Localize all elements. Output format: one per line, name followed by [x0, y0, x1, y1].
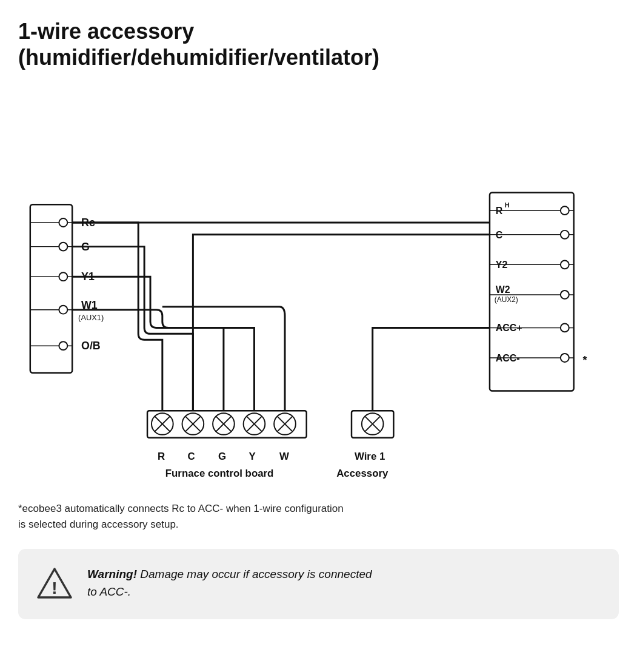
svg-text:ACC+: ACC+: [496, 323, 522, 334]
svg-text:C: C: [496, 230, 503, 240]
svg-point-11: [59, 306, 67, 314]
svg-point-55: [561, 324, 569, 332]
svg-text:O/B: O/B: [81, 340, 101, 352]
svg-text:!: !: [52, 579, 57, 597]
svg-point-41: [561, 207, 569, 215]
svg-text:*: *: [583, 354, 587, 366]
svg-text:C: C: [187, 451, 195, 463]
svg-point-15: [59, 342, 67, 351]
svg-text:W2: W2: [496, 284, 510, 295]
wiring-diagram: Rc G Y1 W1 (AUX1) O/B: [18, 89, 619, 489]
svg-point-58: [561, 354, 569, 362]
svg-text:ACC-: ACC-: [496, 353, 520, 363]
svg-text:(AUX2): (AUX2): [495, 295, 518, 304]
warning-box: ! Warning! Damage may occur if accessory…: [18, 549, 619, 619]
warning-bold: Warning!: [87, 568, 137, 580]
warning-text: Warning! Damage may occur if accessory i…: [87, 566, 372, 600]
svg-text:Y2: Y2: [496, 260, 508, 270]
svg-point-2: [59, 218, 67, 227]
svg-text:Y: Y: [249, 451, 256, 463]
svg-point-8: [59, 273, 67, 281]
svg-text:R: R: [496, 206, 503, 216]
svg-point-5: [59, 243, 67, 251]
svg-point-45: [561, 230, 569, 239]
footnote-text: *ecobee3 automatically connects Rc to AC…: [18, 501, 619, 532]
page-title: 1-wire accessory(humidifier/dehumidifier…: [18, 18, 619, 70]
svg-text:(AUX1): (AUX1): [78, 313, 104, 322]
svg-text:R: R: [158, 451, 165, 463]
svg-text:Furnace control board: Furnace control board: [165, 468, 274, 480]
svg-text:Accessory: Accessory: [336, 468, 389, 480]
warning-icon: !: [36, 566, 73, 602]
svg-text:G: G: [218, 451, 226, 463]
svg-text:H: H: [505, 202, 510, 209]
svg-text:Wire 1: Wire 1: [355, 451, 385, 463]
svg-point-51: [561, 291, 569, 299]
svg-text:W: W: [279, 451, 289, 463]
svg-point-48: [561, 261, 569, 269]
